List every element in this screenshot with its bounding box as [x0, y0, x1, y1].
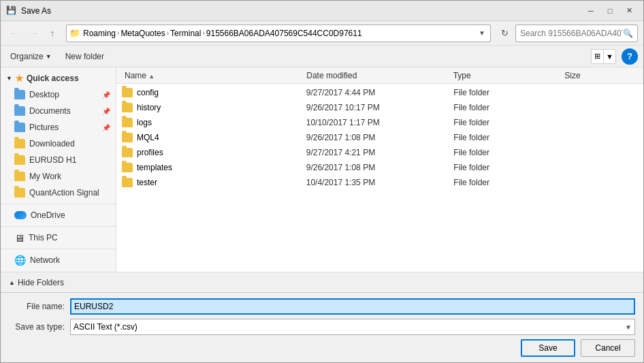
onedrive-icon — [14, 211, 27, 219]
sidebar-item-eurusd[interactable]: EURUSD H1 — [1, 152, 116, 168]
table-row[interactable]: tester 10/4/2017 1:35 PM File folder — [116, 175, 643, 190]
save-button[interactable]: Save — [521, 339, 575, 357]
sidebar-pictures-label: Pictures — [29, 123, 59, 132]
sidebar-eurusd-label: EURUSD H1 — [29, 155, 76, 165]
refresh-button[interactable]: ↻ — [496, 25, 513, 42]
row-folder-icon — [122, 133, 133, 142]
breadcrumb-roaming[interactable]: Roaming — [83, 29, 116, 38]
row-name: config — [137, 88, 159, 97]
address-bar[interactable]: 📁 Roaming › MetaQuotes › Terminal › 9155… — [66, 25, 491, 42]
view-icon: ⊞ — [592, 50, 604, 63]
network-icon: 🌐 — [14, 255, 26, 266]
sidebar-item-documents[interactable]: Documents 📌 — [1, 103, 116, 119]
column-header-size[interactable]: Size — [562, 69, 638, 82]
sidebar-item-quantaction[interactable]: QuantAction Signal — [1, 185, 116, 201]
row-folder-icon — [122, 178, 133, 187]
search-box[interactable]: 🔍 — [515, 25, 638, 42]
minimize-button[interactable]: ─ — [582, 4, 600, 18]
maximize-button[interactable]: □ — [601, 4, 619, 18]
hide-folders-label: Hide Folders — [18, 278, 64, 287]
breadcrumb-hash[interactable]: 915566BA06ADA407569C544CC0D97611 — [206, 29, 362, 38]
row-name: logs — [137, 118, 152, 127]
content-area: ▼ ★ Quick access Desktop 📌 Documents 📌 P… — [1, 67, 643, 272]
view-options-button[interactable]: ⊞ ▼ — [591, 49, 616, 64]
row-name: templates — [137, 163, 172, 172]
save-as-type-select[interactable]: ASCII Text (*.csv) ▼ — [70, 319, 635, 335]
column-header-name[interactable]: Name ▲ — [122, 69, 304, 82]
row-type: File folder — [453, 148, 564, 157]
desktop-pin-icon: 📌 — [102, 91, 110, 99]
new-folder-button[interactable]: New folder — [61, 50, 108, 63]
column-header-date[interactable]: Date modified — [304, 69, 450, 82]
row-date: 9/27/2017 4:44 PM — [306, 88, 454, 97]
eurusd-folder-icon — [14, 155, 25, 165]
row-type: File folder — [453, 103, 564, 112]
sidebar-item-pictures[interactable]: Pictures 📌 — [1, 119, 116, 136]
row-folder-icon — [122, 88, 133, 97]
breadcrumb-metaquotes[interactable]: MetaQuotes — [120, 29, 165, 38]
sep3: › — [202, 29, 204, 37]
cancel-button[interactable]: Cancel — [581, 339, 635, 357]
forward-button[interactable]: → — [25, 25, 42, 42]
sidebar-thispc-label: This PC — [29, 233, 58, 242]
bottom-bar: ▲ Hide Folders — [1, 272, 643, 292]
sidebar-item-network[interactable]: 🌐 Network — [1, 252, 116, 268]
sidebar-item-desktop[interactable]: Desktop 📌 — [1, 86, 116, 103]
row-type: File folder — [453, 118, 564, 127]
back-button[interactable]: ← — [6, 25, 22, 42]
table-row[interactable]: history 9/26/2017 10:17 PM File folder — [116, 100, 643, 115]
hide-folders-button[interactable]: ▲ Hide Folders — [9, 278, 64, 287]
new-folder-label: New folder — [65, 52, 104, 61]
row-type: File folder — [453, 178, 564, 187]
table-row[interactable]: logs 10/10/2017 1:17 PM File folder — [116, 115, 643, 130]
sep1: › — [117, 29, 119, 37]
file-list: config 9/27/2017 4:44 PM File folder his… — [116, 84, 643, 272]
address-dropdown-button[interactable]: ▼ — [477, 26, 487, 41]
sep2: › — [167, 29, 169, 37]
table-row[interactable]: config 9/27/2017 4:44 PM File folder — [116, 85, 643, 100]
quick-access-collapse-icon: ▼ — [6, 75, 12, 82]
sidebar-item-thispc[interactable]: 🖥 This PC — [1, 230, 116, 246]
thispc-icon: 🖥 — [14, 232, 25, 244]
sidebar-onedrive-label: OneDrive — [31, 210, 65, 220]
sidebar-item-onedrive[interactable]: OneDrive — [1, 207, 116, 223]
table-row[interactable]: profiles 9/27/2017 4:21 PM File folder — [116, 145, 643, 160]
organize-button[interactable]: Organize ▼ — [6, 50, 56, 63]
folder-icon-small: 📁 — [69, 28, 80, 38]
sidebar-item-downloaded[interactable]: Downloaded — [1, 136, 116, 152]
search-input[interactable] — [520, 29, 623, 38]
downloaded-folder-icon — [14, 139, 25, 148]
sidebar-network-label: Network — [30, 255, 60, 265]
help-button[interactable]: ? — [622, 48, 638, 65]
footer-buttons: Save Cancel — [9, 339, 635, 357]
sidebar-documents-label: Documents — [29, 106, 71, 116]
documents-pin-icon: 📌 — [102, 108, 110, 115]
file-table-header: Name ▲ Date modified Type Size — [116, 67, 643, 84]
sidebar-item-mywork[interactable]: My Work — [1, 168, 116, 185]
window-icon: 💾 — [6, 5, 17, 16]
sidebar-divider-2 — [1, 226, 116, 227]
save-as-type-value: ASCII Text (*.csv) — [74, 322, 625, 332]
row-folder-icon — [122, 118, 133, 127]
save-type-row: Save as type: ASCII Text (*.csv) ▼ — [9, 319, 635, 335]
save-type-dropdown-icon: ▼ — [625, 323, 632, 331]
organize-dropdown-icon: ▼ — [46, 53, 52, 60]
up-button[interactable]: ↑ — [44, 25, 61, 42]
title-bar: 💾 Save As ─ □ ✕ — [1, 1, 643, 21]
breadcrumb-terminal[interactable]: Terminal — [170, 29, 201, 38]
row-date: 9/26/2017 1:08 PM — [306, 133, 454, 142]
table-row[interactable]: MQL4 9/26/2017 1:08 PM File folder — [116, 130, 643, 145]
main-panel: Name ▲ Date modified Type Size config — [116, 67, 643, 272]
table-row[interactable]: templates 9/26/2017 1:08 PM File folder — [116, 160, 643, 175]
close-button[interactable]: ✕ — [620, 4, 638, 18]
quick-access-label: Quick access — [27, 74, 79, 83]
row-date: 9/27/2017 4:21 PM — [306, 148, 454, 157]
column-header-type[interactable]: Type — [451, 69, 562, 82]
row-type: File folder — [453, 88, 564, 97]
file-name-label: File name: — [9, 302, 70, 311]
sidebar-downloaded-label: Downloaded — [29, 139, 75, 148]
pictures-folder-icon — [14, 123, 25, 132]
quick-access-header[interactable]: ▼ ★ Quick access — [1, 70, 116, 86]
file-name-input[interactable] — [70, 298, 635, 315]
file-name-cell: MQL4 — [122, 133, 306, 142]
